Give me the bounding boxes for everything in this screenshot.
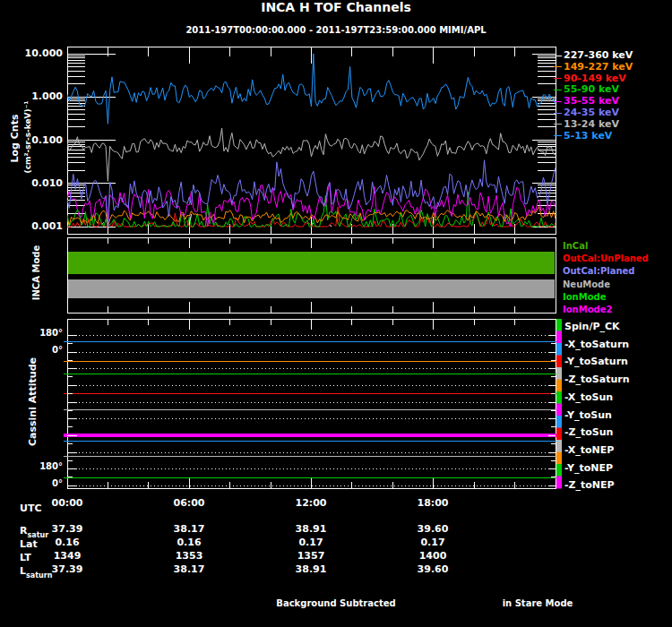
table-cell: 38.91 <box>284 523 338 535</box>
flux-legend-item: 227-360 keV <box>564 49 633 61</box>
table-cell: 1349 <box>40 550 94 562</box>
utc-tick-label: 18:00 <box>406 497 460 509</box>
attitude-legend-item: -X_toNEP <box>564 444 614 456</box>
attitude-legend-item: -Z_toSaturn <box>564 374 630 385</box>
attitude-ytick-label: 0° <box>22 478 63 488</box>
mode-legend-item: IonMode <box>563 292 606 302</box>
table-cell: 38.17 <box>162 523 216 535</box>
mode-legend-item: IonMode2 <box>563 305 612 314</box>
table-cell: 0.17 <box>406 537 460 548</box>
flux-legend-item: 149-227 keV <box>564 61 633 73</box>
mode-legend-item: OutCal:Planed <box>563 266 634 276</box>
page-title: INCA H TOF Channels <box>0 0 672 14</box>
table-row-label-subscript: saturn <box>26 571 52 580</box>
utc-tick-label: 06:00 <box>162 497 216 509</box>
mode-legend-item: InCal <box>563 241 588 251</box>
table-cell: 1353 <box>162 550 216 562</box>
footer-note-background-subtracted: Background Subtracted <box>246 598 426 608</box>
table-row-label: Lsaturn <box>20 565 52 580</box>
table-row-label: LT <box>20 552 31 563</box>
flux-legend-item: 24-35 keV <box>564 107 619 118</box>
flux-ytick-label: 1.000 <box>13 90 63 102</box>
footer-note-stare-mode: in Stare Mode <box>479 598 596 608</box>
utc-tick-label: 12:00 <box>284 497 338 509</box>
mode-legend-item: NeuMode <box>563 279 610 289</box>
attitude-ytick-label: 180° <box>22 461 63 471</box>
table-cell: 38.17 <box>162 563 216 575</box>
table-cell: 0.17 <box>284 537 338 548</box>
table-cell: 39.60 <box>406 563 460 575</box>
flux-ytick-label: 10.000 <box>13 47 63 59</box>
attitude-legend-item: -Z_toSun <box>564 426 613 438</box>
table-cell: 1357 <box>284 550 338 562</box>
table-cell: 38.91 <box>284 563 338 575</box>
attitude-legend-item: -X_toSun <box>564 391 613 403</box>
attitude-legend-item: -Z_toNEP <box>564 479 615 491</box>
attitude-ytick-label: 0° <box>22 345 63 355</box>
attitude-legend-item: -Y_toSaturn <box>564 356 628 367</box>
mode-legend-item: OutCal:UnPlaned <box>563 253 649 263</box>
utc-axis-label: UTC <box>20 502 42 514</box>
flux-legend-item: 35-55 keV <box>564 95 619 107</box>
table-cell: 0.16 <box>162 537 216 548</box>
attitude-legend-item: -Y_toSun <box>564 409 612 421</box>
utc-tick-label: 00:00 <box>40 497 94 509</box>
attitude-ytick-label: 180° <box>22 328 63 338</box>
table-cell: 1400 <box>406 550 460 562</box>
flux-legend-item: 5-13 keV <box>564 130 612 142</box>
flux-ytick-label: 0.100 <box>13 134 63 146</box>
table-row-label: Lat <box>20 538 38 550</box>
page-subtitle: 2011-197T00:00:00.000 - 2011-197T23:59:0… <box>0 25 672 35</box>
attitude-legend-item: -X_toSaturn <box>564 339 629 350</box>
flux-legend-item: 13-24 keV <box>564 118 619 130</box>
plot-page: INCA H TOF Channels 2011-197T00:00:00.00… <box>0 0 672 627</box>
table-row-label: Rsatur <box>20 525 48 539</box>
attitude-legend-item: -Y_toNEP <box>564 462 613 474</box>
flux-legend-item: 55-90 keV <box>564 83 619 95</box>
attitude-legend-item: Spin/P_CK <box>564 321 620 332</box>
table-cell: 39.60 <box>406 523 460 535</box>
flux-legend-item: 90-149 keV <box>564 73 626 84</box>
